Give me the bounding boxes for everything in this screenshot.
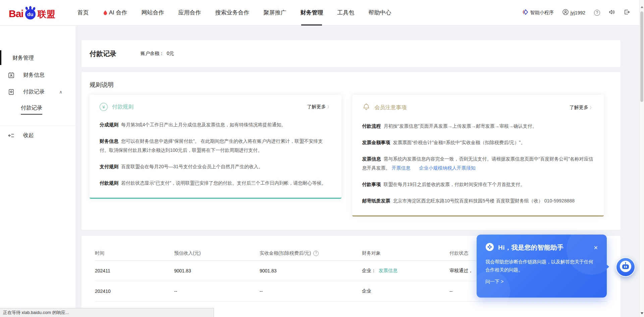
scrollbar-thumb[interactable] xyxy=(640,11,643,102)
rule-item: 付款事项联盟在每月19日之后签收的发票，付款时间安排在下个月首批支付。 xyxy=(362,180,594,189)
rule-item: 财务信息您可以在财务信息中选择“保留付款”。 在此期间您产生的收入将在账户内进行… xyxy=(100,137,331,155)
logo-text-du: du xyxy=(25,9,36,19)
rule-item: 发票信息需与系统内发票信息内容完全一致，否则无法支付。请根据发票信息页面中“百度… xyxy=(362,154,594,173)
logo-text-bai: Bai xyxy=(9,8,23,19)
column-header-finance-target: 财务对象 xyxy=(362,250,449,256)
member-notes-title: 会员注意事项 xyxy=(375,104,407,111)
rules-section-card: 规则说明 ¥ 付款规则 了解更多 〉 分成规则每月第3或4个工作日产出上月分成信… xyxy=(82,72,621,230)
bell-icon xyxy=(362,103,370,112)
cell-estimated: -- xyxy=(174,289,260,294)
compass-icon xyxy=(485,243,494,253)
nav-item-finance-management[interactable]: 财务管理 xyxy=(293,0,330,25)
chevron-right-icon: 〉 xyxy=(327,104,331,110)
smart-mini-program-link[interactable]: 智能小程序 xyxy=(522,9,554,16)
rule-item: 分成规则每月第3或4个工作日产出上月分成信息及发票信息，如有特殊情况将提前通知。 xyxy=(100,120,331,129)
nav-item-help-center[interactable]: 帮助中心 xyxy=(361,0,398,25)
sidebar-indicator-bar xyxy=(0,50,1,65)
rule-item: 邮寄纸质发票北京市海淀区西北旺东路10号院百度科技园5号楼 百度联盟财务组（收）… xyxy=(362,196,594,205)
nav-item-website-cooperation[interactable]: 网站合作 xyxy=(134,0,171,25)
assistant-robot-button[interactable] xyxy=(616,257,635,277)
collapse-icon xyxy=(8,132,14,139)
payment-rules-title: 付款规则 xyxy=(112,104,133,111)
question-icon: ? xyxy=(594,10,600,16)
sidebar-group-finance-management: 财务管理 xyxy=(0,49,75,67)
chevron-up-icon[interactable]: ∧ xyxy=(59,89,62,94)
popup-tail-arrow xyxy=(606,264,609,269)
member-notes-more-link[interactable]: 了解更多 〉 xyxy=(570,105,594,111)
cell-finance-target: 企业： 发票信息 xyxy=(362,268,449,274)
nav-right-tools: 智能小程序 jyj1992 ? xyxy=(522,9,630,16)
help-button[interactable]: ? xyxy=(594,10,600,16)
chevron-right-icon: 〉 xyxy=(590,105,594,111)
scroll-down-arrow-icon[interactable] xyxy=(641,312,643,314)
rules-section-title: 规则说明 xyxy=(90,81,604,89)
coin-icon: ¥ xyxy=(99,102,108,111)
column-header-time: 时间 xyxy=(95,250,174,256)
cell-time: 202411 xyxy=(95,268,174,273)
question-circle-icon[interactable]: ? xyxy=(313,251,319,256)
column-header-estimated: 预估收入(元) xyxy=(174,250,260,256)
sidebar-item-finance-info[interactable]: 财务信息 xyxy=(0,67,75,83)
cell-actual: -- xyxy=(260,289,362,294)
payment-rules-more-link[interactable]: 了解更多 〉 xyxy=(307,104,331,110)
page-title: 付款记录 xyxy=(90,49,116,58)
top-navigation: Bai du 联盟 首页 AI 合作 网站合作 应用合作 搜索业务合作 聚屏推广… xyxy=(0,0,639,25)
vertical-scrollbar[interactable] xyxy=(639,0,644,317)
sidebar-collapse-button[interactable]: 收起 xyxy=(0,126,75,145)
nav-item-search-cooperation[interactable]: 搜索业务合作 xyxy=(208,0,256,25)
account-balance: 账户余额： 0元 xyxy=(141,51,174,57)
balance-value: 0元 xyxy=(167,51,174,57)
flame-icon xyxy=(103,10,108,15)
finance-info-icon xyxy=(8,72,14,78)
sound-button[interactable] xyxy=(609,9,615,16)
user-account[interactable]: jyj1992 xyxy=(562,9,585,16)
logo-text-union: 联盟 xyxy=(38,9,56,19)
close-icon[interactable]: ✕ xyxy=(594,245,598,251)
invoice-info-table-link[interactable]: 发票信息 xyxy=(379,268,397,274)
payment-records-icon xyxy=(8,89,14,95)
payment-rules-card: ¥ 付款规则 了解更多 〉 分成规则每月第3或4个工作日产出上月分成信息及发票信… xyxy=(90,95,341,199)
small-taxpayer-notice-link[interactable]: 企业小规模纳税人开票须知 xyxy=(419,165,475,171)
sidebar: 财务管理 财务信息 付款记录 ∧ 付款记录 收起 xyxy=(0,26,75,317)
logout-icon xyxy=(624,9,630,16)
sidebar-item-payment-records[interactable]: 付款记录 ∧ xyxy=(0,83,75,100)
rule-item: 付款规则若付款状态显示“已支付”，说明联盟已安排了您的付款。支付后三个工作日内到… xyxy=(100,179,331,188)
cell-actual: 9001.83 xyxy=(260,268,362,273)
browser-status-bar: 正在等待 xlab.baidu.com 的响应... xyxy=(0,308,214,317)
nav-item-home[interactable]: 首页 xyxy=(70,0,96,25)
nav-item-screen-promotion[interactable]: 聚屏推广 xyxy=(256,0,293,25)
user-icon xyxy=(562,9,569,16)
logout-button[interactable] xyxy=(624,9,630,16)
nav-item-ai-cooperation[interactable]: AI 合作 xyxy=(96,0,135,25)
invoice-info-link[interactable]: 开票信息 xyxy=(391,165,410,171)
assistant-message: 我会帮助您诊断合作链路问题，以及解答您关于任何合作相关的问题。 xyxy=(485,258,596,274)
column-header-actual: 实收金额(扣除税费后/元) ? xyxy=(260,250,362,256)
robot-icon xyxy=(619,260,632,274)
nav-item-toolkit[interactable]: 工具包 xyxy=(330,0,361,25)
active-tab-underline xyxy=(301,24,322,25)
ask-now-link[interactable]: 问一下 > xyxy=(485,279,503,285)
rule-item: 付款流程月初按“发票信息”页面开具发票→上传发票→邮寄发票→审核→确认支付。 xyxy=(362,122,594,131)
speaker-icon xyxy=(609,9,615,16)
rule-item: 发票金额事项发票票面“价税合计”金额=系统中“实收金额（扣除税费后/元）”。 xyxy=(362,138,594,147)
payment-records-header-card: 付款记录 账户余额： 0元 xyxy=(82,40,621,67)
mini-program-diamond-icon xyxy=(522,9,528,16)
assistant-popup: Hi，我是您的智能助手 ✕ 我会帮助您诊断合作链路问题，以及解答您关于任何合作相… xyxy=(477,235,607,298)
baidu-union-logo[interactable]: Bai du 联盟 xyxy=(9,6,56,19)
member-notes-card: 会员注意事项 了解更多 〉 付款流程月初按“发票信息”页面开具发票→上传发票→邮… xyxy=(352,95,604,216)
baidu-paw-icon: du xyxy=(24,6,37,19)
main-menu: 首页 AI 合作 网站合作 应用合作 搜索业务合作 聚屏推广 财务管理 工具包 … xyxy=(70,0,398,25)
assistant-title: Hi，我是您的智能助手 xyxy=(498,243,564,252)
nav-item-app-cooperation[interactable]: 应用合作 xyxy=(171,0,208,25)
cell-finance-target: 企业 xyxy=(362,288,449,294)
balance-label: 账户余额： xyxy=(141,51,164,57)
sidebar-subitem-payment-records[interactable]: 付款记录 xyxy=(0,100,75,116)
scroll-up-arrow-icon[interactable] xyxy=(641,6,643,8)
cell-time: 202410 xyxy=(95,289,174,294)
cell-estimated: 9001.83 xyxy=(174,268,260,273)
rule-item: 支付规则百度联盟会在每月20号—31号支付企业会员上个自然月产生的收入。 xyxy=(100,162,331,171)
